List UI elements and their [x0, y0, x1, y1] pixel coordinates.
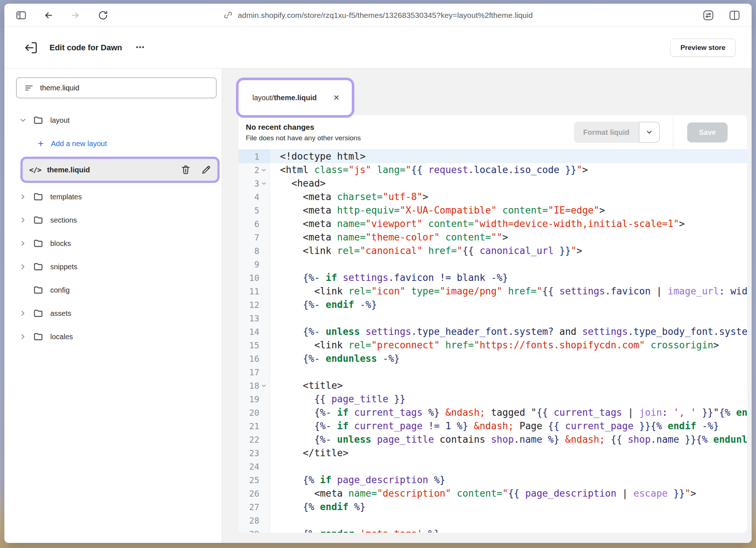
delete-file-button[interactable]	[180, 164, 191, 175]
format-liquid-dropdown[interactable]	[639, 122, 660, 143]
code-text[interactable]: {%- unless settings.type_header_font.sys…	[270, 325, 747, 338]
code-text[interactable]: <link rel="icon" type="image/png" href="…	[270, 285, 747, 298]
code-line-29[interactable]: 29 {% render 'meta-tags' %}	[239, 527, 747, 533]
code-line-27[interactable]: 27 {% endif %}	[239, 500, 747, 514]
code-line-4[interactable]: 4 <meta charset="utf-8">	[239, 190, 747, 204]
split-view-button[interactable]	[728, 9, 741, 21]
code-text[interactable]	[270, 365, 747, 379]
code-text[interactable]: {%- endif -%}	[270, 298, 747, 312]
fold-toggle-icon[interactable]	[259, 181, 268, 186]
code-line-28[interactable]: 28	[239, 514, 747, 527]
fold-toggle-icon[interactable]	[259, 383, 268, 388]
code-text[interactable]: {%- if current_tags %} &ndash; tagged "{…	[270, 406, 747, 419]
chevron-down-icon[interactable]	[19, 116, 27, 124]
chevron-right-icon[interactable]	[19, 239, 27, 247]
code-text[interactable]: <meta name="viewport" content="width=dev…	[270, 217, 747, 231]
code-line-15[interactable]: 15 <link rel="preconnect" href="https://…	[239, 338, 747, 352]
sidebar-item-theme-liquid-selected[interactable]: </>theme.liquid	[23, 159, 217, 181]
code-line-1[interactable]: 1<!doctype html>	[239, 150, 747, 163]
chevron-right-icon[interactable]	[19, 193, 27, 201]
code-text[interactable]: <meta name="description" content="{{ pag…	[270, 487, 747, 500]
code-text[interactable]: {% if page_description %}	[270, 473, 747, 487]
code-text[interactable]: {{ page_title }}	[270, 392, 747, 406]
code-line-11[interactable]: 11 <link rel="icon" type="image/png" hre…	[239, 285, 747, 298]
code-line-6[interactable]: 6 <meta name="viewport" content="width=d…	[239, 217, 747, 231]
code-line-16[interactable]: 16 {%- endunless -%}	[239, 352, 747, 365]
chevron-right-icon[interactable]	[19, 333, 27, 341]
code-line-2[interactable]: 2<html class="js" lang="{{ request.local…	[239, 163, 747, 177]
preview-store-button[interactable]: Preview store	[670, 39, 736, 57]
code-line-7[interactable]: 7 <meta name="theme-color" content="">	[239, 231, 747, 244]
tab-theme-liquid[interactable]: layout/theme.liquid ×	[239, 80, 352, 115]
code-text[interactable]	[270, 258, 747, 271]
sidebar-item-snippets[interactable]: snippets	[4, 255, 222, 278]
chevron-right-icon[interactable]	[19, 309, 27, 317]
code-line-19[interactable]: 19 {{ page_title }}	[239, 392, 747, 406]
sidebar-toggle-button[interactable]	[15, 9, 27, 21]
code-line-20[interactable]: 20 {%- if current_tags %} &ndash; tagged…	[239, 406, 747, 419]
code-line-23[interactable]: 23 </title>	[239, 446, 747, 460]
code-text[interactable]	[270, 312, 747, 325]
forward-button[interactable]	[70, 10, 81, 21]
sidebar-item-blocks[interactable]: blocks	[4, 232, 222, 255]
code-text[interactable]: {% endif %}	[270, 500, 747, 514]
sidebar-item-layout[interactable]: layout	[4, 109, 222, 132]
code-text[interactable]: {% render 'meta-tags' %}	[270, 527, 747, 533]
code-line-13[interactable]: 13	[239, 312, 747, 325]
back-button[interactable]	[43, 10, 54, 21]
sidebar-item-assets[interactable]: assets	[4, 302, 222, 325]
code-line-21[interactable]: 21 {%- if current_page != 1 %} &ndash; P…	[239, 419, 747, 433]
code-line-14[interactable]: 14 {%- unless settings.type_header_font.…	[239, 325, 747, 338]
chevron-right-icon[interactable]	[19, 216, 27, 224]
sidebar-item-locales[interactable]: locales	[4, 325, 222, 348]
tab-close-button[interactable]: ×	[334, 93, 339, 103]
folder-icon	[33, 308, 44, 319]
code-line-3[interactable]: 3 <head>	[239, 177, 747, 190]
sidebar-item-templates[interactable]: templates	[4, 185, 222, 208]
reload-button[interactable]	[97, 10, 108, 21]
code-text[interactable]: <head>	[270, 177, 747, 190]
code-text[interactable]: {%- if current_page != 1 %} &ndash; Page…	[270, 419, 747, 433]
code-line-9[interactable]: 9	[239, 258, 747, 271]
code-line-5[interactable]: 5 <meta http-equiv="X-UA-Compatible" con…	[239, 204, 747, 217]
format-liquid-button[interactable]: Format liquid	[574, 122, 660, 143]
exit-button[interactable]	[23, 40, 39, 55]
sidebar-item-sections[interactable]: sections	[4, 208, 222, 232]
code-editor[interactable]: 1<!doctype html>2<html class="js" lang="…	[239, 149, 747, 533]
code-text[interactable]	[270, 460, 747, 473]
code-text[interactable]	[270, 514, 747, 527]
code-text[interactable]: <title>	[270, 379, 747, 392]
browser-settings-button[interactable]	[702, 9, 714, 21]
gutter-line-10: 10	[239, 271, 270, 285]
code-text[interactable]: <!doctype html>	[270, 150, 747, 163]
fold-toggle-icon[interactable]	[259, 167, 268, 173]
address-bar[interactable]: admin.shopify.com/store/rzq1xu-f5/themes…	[4, 4, 752, 27]
rename-file-button[interactable]	[201, 164, 212, 175]
sidebar-item-config[interactable]: config	[4, 278, 222, 302]
code-line-8[interactable]: 8 <link rel="canonical" href="{{ canonic…	[239, 244, 747, 258]
code-text[interactable]: <meta charset="utf-8">	[270, 190, 747, 204]
add-layout-button[interactable]: +Add a new layout	[4, 132, 222, 155]
code-line-22[interactable]: 22 {%- unless page_title contains shop.n…	[239, 433, 747, 446]
gutter-line-22: 22	[239, 433, 270, 446]
code-text[interactable]: {%- endunless -%}	[270, 352, 747, 365]
file-search-input[interactable]: theme.liquid	[16, 77, 217, 98]
code-line-12[interactable]: 12 {%- endif -%}	[239, 298, 747, 312]
code-text[interactable]: <link rel="canonical" href="{{ canonical…	[270, 244, 747, 258]
code-text[interactable]: <meta name="theme-color" content="">	[270, 231, 747, 244]
code-text[interactable]: {%- unless page_title contains shop.name…	[270, 433, 747, 446]
code-line-24[interactable]: 24	[239, 460, 747, 473]
code-text[interactable]: </title>	[270, 446, 747, 460]
code-line-18[interactable]: 18 <title>	[239, 379, 747, 392]
chevron-right-icon[interactable]	[19, 263, 27, 271]
code-line-10[interactable]: 10 {%- if settings.favicon != blank -%}	[239, 271, 747, 285]
code-text[interactable]: <meta http-equiv="X-UA-Compatible" conte…	[270, 204, 747, 217]
code-text[interactable]: {%- if settings.favicon != blank -%}	[270, 271, 747, 285]
save-button[interactable]: Save	[687, 122, 728, 142]
code-line-25[interactable]: 25 {% if page_description %}	[239, 473, 747, 487]
more-menu-button[interactable]: •••	[136, 44, 145, 51]
code-line-26[interactable]: 26 <meta name="description" content="{{ …	[239, 487, 747, 500]
code-text[interactable]: <html class="js" lang="{{ request.locale…	[270, 163, 747, 177]
code-line-17[interactable]: 17	[239, 365, 747, 379]
code-text[interactable]: <link rel="preconnect" href="https://fon…	[270, 338, 747, 352]
